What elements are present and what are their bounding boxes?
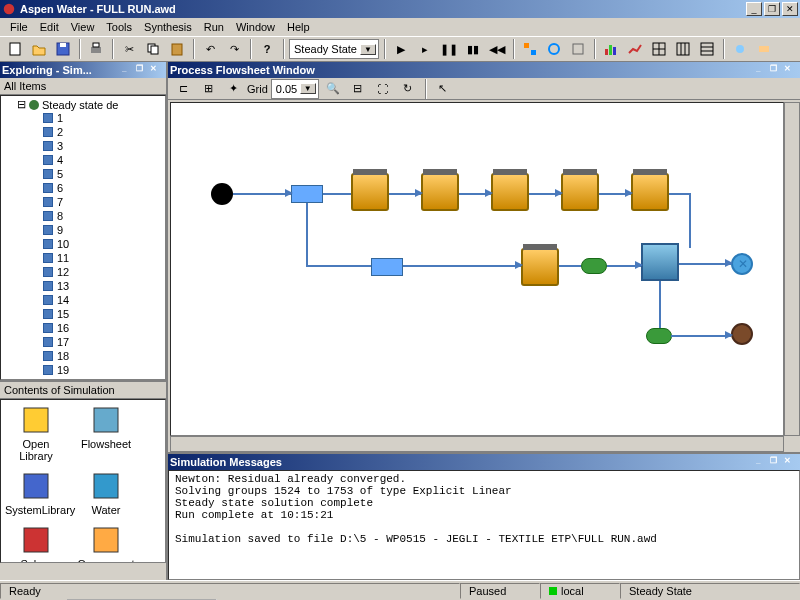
collapse-icon[interactable]: ⊟ bbox=[17, 98, 26, 111]
stream[interactable] bbox=[323, 193, 351, 195]
tree-item[interactable]: 4 bbox=[43, 153, 163, 167]
copy-icon[interactable] bbox=[142, 38, 164, 60]
fs-zoom-in-icon[interactable]: 🔍 bbox=[322, 78, 344, 100]
grid1-icon[interactable] bbox=[648, 38, 670, 60]
print-icon[interactable] bbox=[85, 38, 107, 60]
menu-edit[interactable]: Edit bbox=[34, 21, 65, 33]
tool-c-icon[interactable] bbox=[567, 38, 589, 60]
tree-item[interactable]: 1 bbox=[43, 111, 163, 125]
pause-icon[interactable]: ❚❚ bbox=[438, 38, 460, 60]
menu-window[interactable]: Window bbox=[230, 21, 281, 33]
stream[interactable] bbox=[669, 193, 691, 195]
tree-item[interactable]: 8 bbox=[43, 209, 163, 223]
fs-snap-icon[interactable]: ✦ bbox=[222, 78, 244, 100]
menu-tools[interactable]: Tools bbox=[100, 21, 138, 33]
menu-synthesis[interactable]: Synthesis bbox=[138, 21, 198, 33]
state-combo[interactable]: Steady State bbox=[289, 39, 379, 59]
unit-tank-2[interactable] bbox=[421, 173, 459, 211]
tree-item[interactable]: 19 bbox=[43, 363, 163, 377]
menu-file[interactable]: File bbox=[4, 21, 34, 33]
explorer-minimize-button[interactable]: _ bbox=[122, 64, 136, 76]
stream[interactable] bbox=[671, 335, 731, 337]
library-item[interactable]: SystemLibrary bbox=[5, 470, 67, 516]
stream[interactable] bbox=[659, 281, 661, 328]
step-icon[interactable]: ▸ bbox=[414, 38, 436, 60]
tool-e-icon[interactable] bbox=[753, 38, 775, 60]
cut-icon[interactable]: ✂ bbox=[118, 38, 140, 60]
horizontal-scrollbar[interactable] bbox=[170, 436, 784, 452]
save-icon[interactable] bbox=[52, 38, 74, 60]
open-icon[interactable] bbox=[28, 38, 50, 60]
messages-body[interactable]: Newton: Residual already converged. Solv… bbox=[168, 470, 800, 580]
fs-rotate-icon[interactable]: ↻ bbox=[397, 78, 419, 100]
library-item[interactable]: Component Lists bbox=[75, 524, 137, 563]
unit-product-water[interactable] bbox=[731, 253, 753, 275]
tool-a-icon[interactable] bbox=[519, 38, 541, 60]
menu-run[interactable]: Run bbox=[198, 21, 230, 33]
messages-minimize-button[interactable]: _ bbox=[756, 456, 770, 468]
stream[interactable] bbox=[233, 193, 291, 195]
unit-source[interactable] bbox=[211, 183, 233, 205]
menu-view[interactable]: View bbox=[65, 21, 101, 33]
stream[interactable] bbox=[403, 265, 521, 267]
redo-icon[interactable]: ↷ bbox=[223, 38, 245, 60]
minimize-button[interactable]: _ bbox=[746, 2, 762, 16]
flowsheet-close-button[interactable]: ✕ bbox=[784, 64, 798, 76]
tree-item[interactable]: 15 bbox=[43, 307, 163, 321]
unit-product-sludge[interactable] bbox=[731, 323, 753, 345]
explorer-close-button[interactable]: ✕ bbox=[150, 64, 164, 76]
unit-splitter-1[interactable] bbox=[291, 185, 323, 203]
rewind-icon[interactable]: ◀◀ bbox=[486, 38, 508, 60]
unit-pump-2[interactable] bbox=[646, 328, 672, 344]
fs-pointer-icon[interactable]: ↖ bbox=[432, 78, 454, 100]
stream[interactable] bbox=[306, 203, 308, 265]
unit-tank-6[interactable] bbox=[521, 248, 559, 286]
plot-icon[interactable] bbox=[624, 38, 646, 60]
unit-tank-3[interactable] bbox=[491, 173, 529, 211]
messages-maximize-button[interactable]: ❐ bbox=[770, 456, 784, 468]
stream[interactable] bbox=[679, 263, 731, 265]
undo-icon[interactable]: ↶ bbox=[199, 38, 221, 60]
tree-root[interactable]: ⊟ Steady state de bbox=[3, 98, 163, 111]
fs-grid-icon[interactable]: ⊞ bbox=[197, 78, 219, 100]
library-item[interactable]: Flowsheet bbox=[75, 404, 137, 462]
unit-pump-1[interactable] bbox=[581, 258, 607, 274]
play-icon[interactable]: ▶ bbox=[390, 38, 412, 60]
grid2-icon[interactable] bbox=[672, 38, 694, 60]
tree-item[interactable]: 9 bbox=[43, 223, 163, 237]
tree-item[interactable]: 12 bbox=[43, 265, 163, 279]
unit-tank-1[interactable] bbox=[351, 173, 389, 211]
messages-close-button[interactable]: ✕ bbox=[784, 456, 798, 468]
menu-help[interactable]: Help bbox=[281, 21, 316, 33]
flowsheet-minimize-button[interactable]: _ bbox=[756, 64, 770, 76]
tree-item[interactable]: 16 bbox=[43, 321, 163, 335]
tree-item[interactable]: 5 bbox=[43, 167, 163, 181]
tree-item[interactable]: 18 bbox=[43, 349, 163, 363]
grid-combo[interactable]: 0.05 bbox=[271, 79, 319, 99]
tool-d-icon[interactable] bbox=[729, 38, 751, 60]
tree-item[interactable]: 10 bbox=[43, 237, 163, 251]
help-icon[interactable]: ? bbox=[256, 38, 278, 60]
unit-tank-4[interactable] bbox=[561, 173, 599, 211]
vertical-scrollbar[interactable] bbox=[784, 102, 800, 436]
paste-icon[interactable] bbox=[166, 38, 188, 60]
stream[interactable] bbox=[689, 193, 691, 248]
tree-item[interactable]: 6 bbox=[43, 181, 163, 195]
tree-item[interactable]: 13 bbox=[43, 279, 163, 293]
tool-b-icon[interactable] bbox=[543, 38, 565, 60]
maximize-button[interactable]: ❐ bbox=[764, 2, 780, 16]
flowsheet-canvas[interactable] bbox=[170, 102, 784, 436]
unit-tank-5[interactable] bbox=[631, 173, 669, 211]
stream[interactable] bbox=[559, 265, 581, 267]
unit-clarifier[interactable] bbox=[641, 243, 679, 281]
grid3-icon[interactable] bbox=[696, 38, 718, 60]
library-item[interactable]: Solver Options bbox=[5, 524, 67, 563]
tree-view[interactable]: ⊟ Steady state de 1234567891011121314151… bbox=[0, 95, 166, 380]
tree-item[interactable]: 3 bbox=[43, 139, 163, 153]
library-item[interactable]: Open Library bbox=[5, 404, 67, 462]
fs-tool1-icon[interactable]: ⊏ bbox=[172, 78, 194, 100]
library-item[interactable]: Water bbox=[75, 470, 137, 516]
unit-splitter-2[interactable] bbox=[371, 258, 403, 276]
fs-zoom-out-icon[interactable]: ⊟ bbox=[347, 78, 369, 100]
flowsheet-maximize-button[interactable]: ❐ bbox=[770, 64, 784, 76]
